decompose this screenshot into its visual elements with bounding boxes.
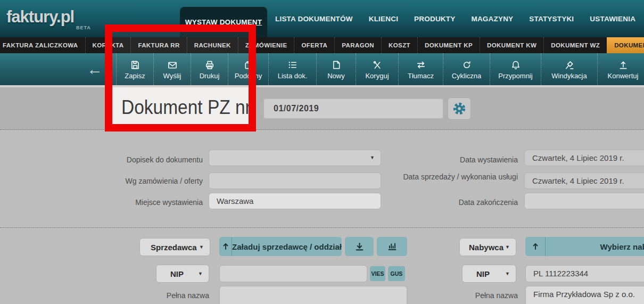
vies-button[interactable]: VIES [370,266,385,281]
back-arrow-button[interactable]: ← [84,59,105,80]
toolbar-button-label: Cykliczna [452,72,482,80]
correct-button[interactable]: Koryguj [356,53,398,85]
buyer-id-type-select[interactable]: NIP [462,265,516,283]
seller-nip-input[interactable] [219,265,367,282]
tools-icon [372,60,383,70]
doc-tab-faktura-rr[interactable]: FAKTURA RR [130,37,186,53]
nav-item-ustawienia[interactable]: USTAWIENIA [590,15,635,23]
dopisek-select[interactable] [209,150,381,166]
seller-id-type-select[interactable]: NIP [156,265,209,283]
doc-tab-dokument-pz-active[interactable]: DOKUMENT PZ [607,37,644,53]
debt-collection-button[interactable]: Windykacja [541,53,597,85]
doc-tab-oferta[interactable]: OFERTA [294,37,334,53]
gavel-icon [564,60,575,70]
doc-tab-zamowienie[interactable]: ZAMÓWIENIE [238,37,294,53]
beta-badge: BETA [76,25,91,30]
doc-tab-dokument-kw[interactable]: DOKUMENT KW [480,37,543,53]
toolbar-button-label: Drukuj [200,72,220,80]
buyer-full-name-label: Pełna nazwa [411,291,518,301]
toolbar-button-label: Windykacja [551,72,587,80]
swap-arrows-icon [416,60,426,70]
page-title: Dokument PZ nr [121,97,249,118]
buyer-role-select[interactable]: Nabywca [459,238,516,256]
seller-role-label: Sprzedawca [151,243,197,252]
doc-tab-koszt[interactable]: KOSZT [381,37,417,53]
save-button[interactable]: Zapisz [116,53,153,85]
nav-tab-wystaw-dokument[interactable]: WYSTAW DOKUMENT [180,7,267,37]
annotation-highlight-patch: Dokument PZ nr [112,87,249,124]
toolbar-button-label: Nowy [327,72,345,80]
nav-item-lista-dokumentow[interactable]: LISTA DOKUMENTÓW [275,15,353,23]
print-button[interactable]: Drukuj [191,53,228,85]
duplicate-button[interactable]: Podobny [228,53,268,85]
data-wystawienia-field[interactable]: Czwartek, 4 Lipiec 2019 r. [524,150,644,166]
doc-tab-korekta[interactable]: KOREKTA [85,37,131,53]
toolbar-button-label: Podobny [235,72,262,80]
upload-arrow-icon [525,237,546,256]
settings-gear-button[interactable] [448,97,471,120]
data-sprzedazy-field[interactable]: Czwartek, 4 Lipiec 2019 r. [524,172,644,189]
document-list-button[interactable]: Lista dok. [268,53,316,85]
save-icon [130,60,141,70]
translate-button[interactable]: Tłumacz [398,53,443,85]
toolbar-button-label: Konwertuj [608,72,639,80]
document-date-field[interactable]: 01/07/2019 [263,98,443,119]
copy-icon [243,60,254,70]
doc-tab-faktura-zaliczkowa[interactable]: FAKTURA ZALICZKOWA [0,37,85,53]
download-seller-button[interactable] [345,237,374,256]
doc-tab-paragon[interactable]: PARAGON [334,37,381,53]
load-seller-label: Załaduj sprzedawcę / oddział [232,237,342,256]
doc-tab-dokument-wz[interactable]: DOKUMENT WZ [543,37,607,53]
buyer-nip-input[interactable]: PL 1112223344 [525,265,644,282]
toolbar-buttons: Zapisz Wyślij Drukuj Podobny Lista dok. … [116,53,644,85]
buyer-full-name-input[interactable]: Firma Przykładowa Sp z o.o. [525,286,644,304]
nav-item-magazyny[interactable]: MAGAZYNY [471,15,513,23]
app-window: faktury.pl BETA WYSTAW DOKUMENT LISTA DO… [0,0,644,304]
send-button[interactable]: Wyślij [153,53,191,85]
nav-item-produkty[interactable]: PRODUKTY [414,15,455,23]
wg-zamowienia-label: Wg zamówienia / oferty [96,177,203,186]
seller-stats-button[interactable] [377,237,407,256]
doc-tab-rachunek[interactable]: RACHUNEK [187,37,238,53]
data-wystawienia-label: Data wystawienia [401,155,518,165]
choose-buyer-label: Wybierz nabywcę [546,237,644,256]
download-icon [355,242,364,251]
wg-zamowienia-input[interactable] [209,172,381,189]
miejsce-input[interactable]: Warszawa [209,193,381,209]
convert-button[interactable]: Konwertuj [597,53,644,85]
dopisek-label: Dopisek do dokumentu [96,155,203,165]
document-type-tabs: FAKTURA ZALICZKOWA KOREKTA FAKTURA RR RA… [0,37,644,53]
data-sprzedazy-label: Data sprzedaży / wykonania usługi [401,172,518,182]
new-file-icon [331,60,342,70]
mail-icon [167,60,178,70]
nav-item-statystyki[interactable]: STATYSTYKI [529,15,574,23]
data-zakonczenia-label: Data zakończenia [401,198,518,208]
toolbar-button-label: Koryguj [365,72,389,80]
load-seller-button[interactable]: Załaduj sprzedawcę / oddział [219,237,342,256]
printer-icon [204,60,215,70]
remind-button[interactable]: Przypomnij [490,53,541,85]
toolbar-button-label: Zapisz [125,72,145,80]
toolbar-button-label: Lista dok. [278,72,308,80]
toolbar-button-label: Wyślij [163,72,181,80]
action-toolbar: ← Zapisz Wyślij Drukuj Podobny Lista dok… [0,53,644,85]
seller-id-type-label: NIP [170,269,184,278]
nav-tab-label: WYSTAW DOKUMENT [185,18,262,26]
title-bar: Dokument PZ nr 01/07/2019 [0,87,644,130]
seller-full-name-input[interactable] [219,286,407,304]
recurring-button[interactable]: Cykliczna [443,53,490,85]
section-divider [0,227,644,228]
seller-full-name-label: Pełna nazwa [103,291,209,301]
nav-item-klienci[interactable]: KLIENCI [369,15,398,23]
gus-button[interactable]: GUS [388,266,405,281]
cycle-icon [461,60,472,70]
data-zakonczenia-field[interactable] [524,193,644,209]
brand-logo: faktury.pl [6,7,74,27]
new-document-button[interactable]: Nowy [316,53,356,85]
choose-buyer-button[interactable]: Wybierz nabywcę [525,237,644,256]
toolbar-button-label: Przypomnij [498,72,532,80]
doc-tab-dokument-kp[interactable]: DOKUMENT KP [417,37,480,53]
app-header: faktury.pl BETA WYSTAW DOKUMENT LISTA DO… [0,0,644,37]
seller-role-select[interactable]: Sprzedawca [139,238,210,256]
bar-chart-icon [387,242,397,251]
